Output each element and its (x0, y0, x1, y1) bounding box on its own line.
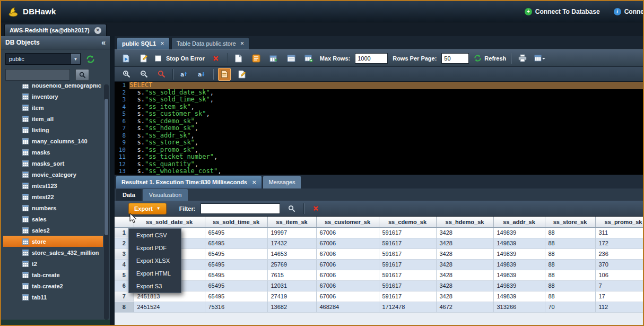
table-cell: 149839 (493, 238, 545, 248)
column-header-ss_sold_date_sk[interactable]: ss_sold_date_sk (134, 217, 205, 227)
table-cell: 591617 (379, 259, 436, 270)
comment-toggle-button[interactable] (218, 68, 231, 81)
messages-tab[interactable]: Messages (263, 176, 300, 188)
export-menu-item-export-s3[interactable]: Export S3 (129, 280, 181, 293)
header-action[interactable]: iConne (614, 8, 644, 15)
format-sql-button[interactable] (236, 68, 248, 81)
column-header-ss_sold_time_sk[interactable]: ss_sold_time_sk (205, 217, 267, 227)
column-header-ss_store_sk[interactable]: ss_store_sk (545, 217, 595, 227)
sidebar-item-store_sales_432_million[interactable]: store_sales_432_million (3, 247, 103, 258)
editor-tab[interactable]: public SQL1✕ (117, 37, 170, 49)
collapse-sidebar-icon[interactable]: « (101, 38, 106, 47)
table-row[interactable]: 1654951999767006591617342814983988311 (115, 227, 643, 238)
sql-toolbar: Stop On Error (115, 49, 643, 67)
object-search-button[interactable] (75, 69, 89, 81)
sidebar-item-listing[interactable]: listing (3, 124, 103, 135)
export-menu-item-export-xlsx[interactable]: Export XLSX (129, 254, 181, 267)
object-search-input[interactable] (5, 69, 70, 81)
sidebar-item-mtest22[interactable]: mtest22 (3, 191, 103, 202)
table-cell: 3428 (436, 227, 493, 238)
sidebar-item-tab11[interactable]: tab11 (3, 291, 103, 303)
svg-text:a: a (198, 71, 202, 78)
table-icon (22, 294, 29, 301)
zoom-in-button[interactable] (120, 68, 133, 81)
close-icon[interactable]: ✕ (252, 179, 256, 185)
export-menu-item-export-pdf[interactable]: Export PDF (129, 242, 181, 254)
sidebar-item-sales[interactable]: sales (3, 213, 103, 225)
sql-history-button[interactable] (250, 52, 263, 65)
sidebar-item-masks[interactable]: masks (3, 147, 103, 158)
zoom-reset-button[interactable] (155, 68, 168, 81)
cancel-query-button[interactable] (210, 52, 222, 65)
close-icon[interactable]: ✕ (160, 41, 164, 46)
print-button[interactable] (516, 52, 529, 65)
rows-per-page-input[interactable] (441, 53, 469, 64)
table-row[interactable]: 3654951465367006591617342814983988236 (115, 248, 643, 259)
to-uppercase-button[interactable]: a (178, 68, 190, 81)
sidebar-item-tab-create[interactable]: tab-create (3, 269, 103, 280)
tab-data[interactable]: Data (116, 189, 142, 201)
apply-filter-button[interactable] (285, 203, 298, 215)
resultset-tab[interactable]: Resultset 1. Execution Time:830 Millisec… (116, 176, 262, 188)
scrollbar-thumb[interactable] (105, 99, 108, 235)
panel-splitter[interactable] (110, 36, 115, 325)
header-action[interactable]: +Connect To Database (525, 8, 600, 15)
max-rows-input[interactable] (355, 53, 388, 64)
table-row[interactable]: 6245181365495120316700659161734281498398… (115, 280, 643, 291)
table-data-button[interactable] (302, 52, 315, 65)
close-icon[interactable]: ✕ (240, 41, 245, 46)
column-header-ss_hdemo_sk[interactable]: ss_hdemo_sk (436, 217, 493, 227)
sidebar-item-inventory[interactable]: inventory (3, 91, 103, 102)
column-header-ss_promo_sk[interactable]: ss_promo_sk (595, 217, 643, 227)
row-number-cell[interactable]: 8 (115, 302, 134, 312)
clear-filter-button[interactable] (309, 203, 322, 215)
table-row[interactable]: 4654952576967006591617342814983988370 (115, 259, 643, 270)
sidebar-item-tab-create2[interactable]: tab-create2 (3, 280, 103, 291)
column-header-ss_item_sk[interactable]: ss_item_sk (267, 217, 316, 227)
table-cell: 14653 (267, 248, 316, 259)
connection-tab[interactable]: AWS-Redshift (sa@dbh2017) ✕ (4, 24, 107, 36)
query-builder-button[interactable] (285, 52, 298, 65)
sidebar-item-store[interactable]: store (3, 236, 103, 247)
sidebar-item-mtest123[interactable]: mtest123 (3, 180, 103, 191)
filter-input[interactable] (201, 203, 280, 214)
sidebar-item-movie_category[interactable]: movie_category (3, 169, 103, 180)
schema-select[interactable]: public ▼ (5, 53, 81, 65)
sidebar-item-label: item (32, 105, 44, 111)
sidebar-item-household_demographic[interactable]: household_demographic (3, 84, 103, 91)
save-sql-button[interactable] (137, 52, 150, 65)
sidebar-item-numbers[interactable]: numbers (3, 202, 103, 213)
sidebar-item-sales2[interactable]: sales2 (3, 225, 103, 236)
sidebar-item-many_columns_140[interactable]: many_columns_140 (3, 135, 103, 147)
sidebar-item-masks_sort[interactable]: masks_sort (3, 158, 103, 169)
export-menu-item-export-csv[interactable]: Export CSV (129, 229, 181, 242)
new-sql-button[interactable] (232, 52, 245, 65)
stop-on-error-checkbox[interactable] (155, 55, 161, 62)
tab-visualization[interactable]: Visualization (143, 189, 188, 201)
table-row[interactable]: 7245181365495274196700659161734281498398… (115, 291, 643, 302)
column-header-ss_customer_sk[interactable]: ss_customer_sk (316, 217, 379, 227)
to-lowercase-button[interactable]: a (195, 68, 208, 81)
execute-sql-button[interactable] (120, 52, 133, 65)
table-cell: 370 (595, 259, 643, 270)
export-menu-item-export-html[interactable]: Export HTML (129, 267, 181, 280)
export-data-button[interactable] (267, 52, 280, 65)
zoom-out-button[interactable] (137, 68, 150, 81)
table-row[interactable]: 2654951743267006591617342814983988172 (115, 238, 643, 248)
sidebar-item-item[interactable]: item (3, 102, 103, 113)
sql-editor[interactable]: 1SELECT2 s."ss_sold_date_sk",3 s."ss_sol… (115, 82, 643, 175)
export-button[interactable]: Export ▼ (128, 203, 167, 215)
sidebar-item-item_all[interactable]: item_all (3, 113, 103, 124)
column-header-ss_cdemo_sk[interactable]: ss_cdemo_sk (379, 217, 436, 227)
table-row[interactable]: 8245152475316136824682841712478467231326… (115, 302, 643, 312)
refresh-button[interactable]: Refresh (474, 54, 506, 62)
column-header-ss_addr_sk[interactable]: ss_addr_sk (493, 217, 545, 227)
sidebar-item-t2[interactable]: t2 (3, 258, 103, 269)
editor-tab[interactable]: Table Data public.store✕ (171, 37, 249, 49)
grid-options-button[interactable] (534, 52, 546, 65)
sidebar-scrollbar[interactable] (104, 84, 109, 320)
close-icon[interactable]: ✕ (94, 27, 101, 34)
table-cell: 65495 (205, 248, 267, 259)
table-row[interactable]: 565495761567006591617342814983988106 (115, 270, 643, 280)
refresh-objects-button[interactable] (86, 55, 95, 64)
